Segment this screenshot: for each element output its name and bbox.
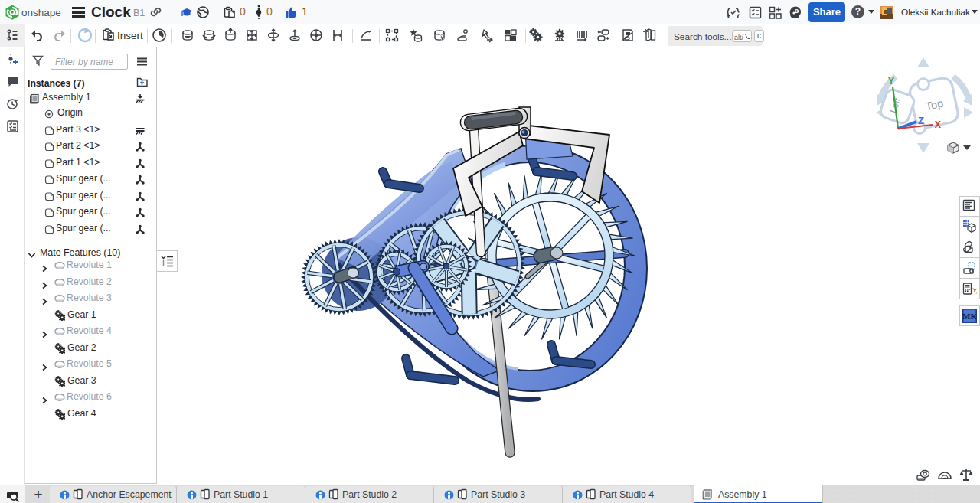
svg-text:alt/: alt/ xyxy=(734,34,744,41)
svg-text:Y: Y xyxy=(888,76,895,87)
svg-text:X: X xyxy=(935,119,942,130)
svg-text:Z: Z xyxy=(918,115,924,126)
svg-text:MK: MK xyxy=(962,312,977,321)
svg-text:(x): (x) xyxy=(971,286,977,294)
